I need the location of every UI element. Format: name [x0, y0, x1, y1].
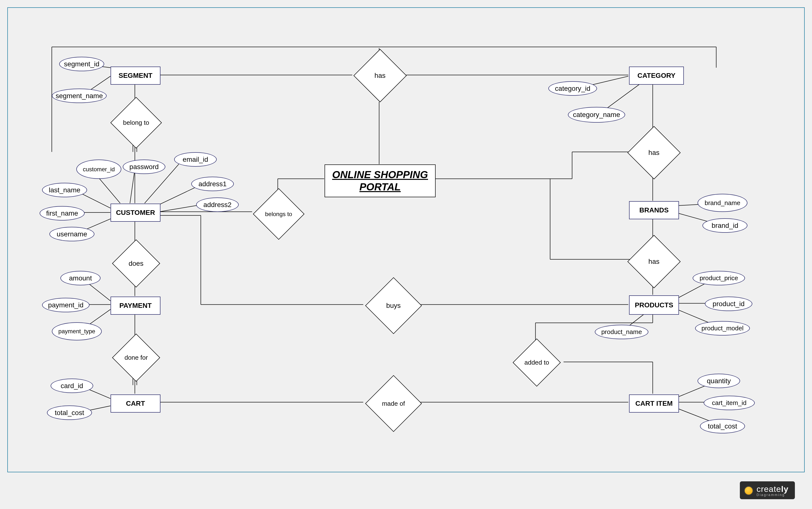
diagram-page: ONLINE SHOPPING PORTAL SEGMENT CATEGORY … — [0, 0, 812, 509]
attr-username: username — [49, 227, 95, 241]
attr-first-name: first_name — [40, 206, 85, 220]
attr-cart-item-id: cart_item_id — [704, 396, 755, 410]
rel-belongs-to: belongs to — [253, 188, 304, 240]
attr-brand-id: brand_id — [702, 218, 747, 233]
attr-address1: address1 — [191, 177, 234, 191]
badge-brand: creately — [756, 484, 788, 494]
attr-email-id: email_id — [174, 152, 217, 167]
entity-brands: BRANDS — [629, 201, 679, 219]
attr-product-model: product_model — [695, 321, 750, 336]
attr-brand-name: brand_name — [698, 194, 747, 212]
badge-text-wrap: creately Diagramming — [756, 484, 788, 497]
rel-added-to: added to — [513, 338, 561, 387]
attr-category-id: category_id — [548, 81, 597, 96]
badge-tagline: Diagramming — [756, 493, 788, 497]
entity-cart-item: CART ITEM — [629, 395, 679, 413]
attr-payment-type: payment_type — [52, 322, 102, 340]
attr-payment-id: payment_id — [42, 298, 89, 312]
entity-payment: PAYMENT — [111, 297, 160, 315]
attr-card-id: card_id — [51, 379, 93, 393]
svg-line-59 — [130, 169, 135, 203]
attr-total-cost-cart: total_cost — [47, 406, 92, 420]
attr-last-name: last_name — [42, 183, 87, 197]
portal-title-text: ONLINE SHOPPING PORTAL — [325, 169, 435, 193]
rel-buys: buys — [365, 277, 422, 334]
diagram-frame: ONLINE SHOPPING PORTAL SEGMENT CATEGORY … — [7, 7, 805, 472]
entity-cart: CART — [111, 395, 160, 413]
rel-done-for: done for — [112, 334, 160, 382]
rel-has-cat-brand: has — [627, 126, 681, 179]
rel-has-top: has — [354, 49, 407, 102]
rel-has-brand-prod: has — [627, 235, 681, 288]
entity-customer: CUSTOMER — [111, 204, 160, 222]
attr-product-id: product_id — [705, 297, 752, 311]
rel-made-of: made of — [365, 375, 422, 432]
rel-does: does — [112, 239, 160, 287]
attr-password: password — [123, 160, 165, 174]
attr-total-cost-item: total_cost — [700, 419, 745, 433]
attr-address2: address2 — [196, 198, 239, 212]
creately-badge: creately Diagramming — [740, 481, 795, 499]
attr-customer-id: customer_id — [76, 160, 121, 179]
entity-segment: SEGMENT — [111, 67, 160, 85]
portal-title: ONLINE SHOPPING PORTAL — [325, 164, 436, 197]
attr-amount: amount — [61, 271, 101, 285]
rel-belong-to: belong to — [110, 97, 162, 148]
entity-category: CATEGORY — [629, 67, 684, 85]
attr-quantity: quantity — [698, 374, 740, 388]
entity-products: PRODUCTS — [629, 295, 679, 315]
attr-product-price: product_price — [693, 271, 745, 285]
attr-product-name: product_name — [595, 325, 649, 339]
attr-segment-name: segment_name — [52, 89, 107, 103]
bulb-icon — [744, 486, 753, 495]
attr-segment-id: segment_id — [59, 57, 104, 71]
attr-category-name: category_name — [568, 107, 625, 123]
